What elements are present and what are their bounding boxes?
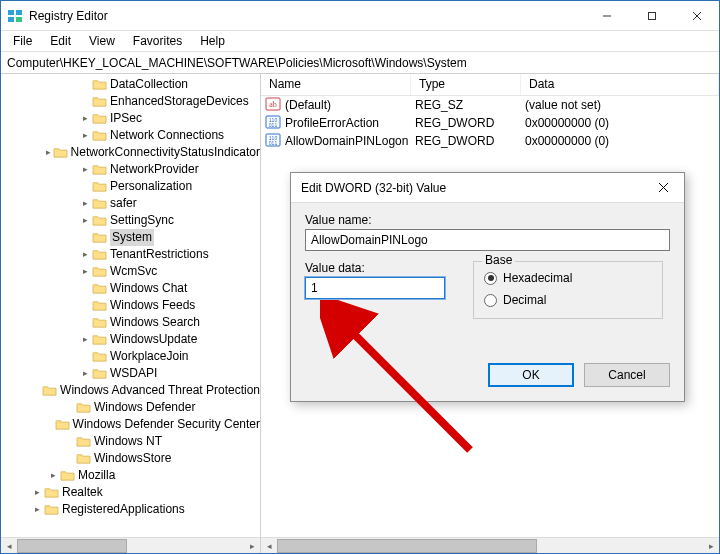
tree-item[interactable]: EnhancedStorageDevices — [1, 93, 260, 110]
expander-icon[interactable] — [79, 300, 91, 312]
dword-value-icon: 110011 — [265, 114, 281, 130]
maximize-button[interactable] — [629, 1, 674, 31]
menubar: File Edit View Favorites Help — [1, 31, 719, 52]
list-hscrollbar[interactable]: ◂ ▸ — [261, 537, 719, 553]
expander-icon[interactable] — [63, 436, 75, 448]
dialog-close-button[interactable] — [642, 173, 684, 203]
close-button[interactable] — [674, 1, 719, 31]
tree-item[interactable]: ▸TenantRestrictions — [1, 246, 260, 263]
address-bar[interactable]: Computer\HKEY_LOCAL_MACHINE\SOFTWARE\Pol… — [1, 52, 719, 74]
expander-icon[interactable] — [63, 402, 75, 414]
tree-item[interactable]: DataCollection — [1, 76, 260, 93]
value-row[interactable]: 110011ProfileErrorActionREG_DWORD0x00000… — [261, 114, 719, 132]
tree-item-label: Mozilla — [78, 467, 115, 484]
chevron-right-icon[interactable]: ▸ — [79, 334, 91, 346]
value-row[interactable]: ab(Default)REG_SZ(value not set) — [261, 96, 719, 114]
column-type[interactable]: Type — [411, 74, 521, 95]
chevron-right-icon[interactable]: ▸ — [79, 198, 91, 210]
expander-icon[interactable] — [45, 419, 53, 431]
value-data-field[interactable] — [305, 277, 445, 299]
ok-button[interactable]: OK — [488, 363, 574, 387]
tree-item[interactable]: ▸WcmSvc — [1, 263, 260, 280]
tree-item[interactable]: ▸safer — [1, 195, 260, 212]
tree-item[interactable]: Windows Advanced Threat Protection — [1, 382, 260, 399]
scroll-right-icon[interactable]: ▸ — [244, 538, 260, 554]
folder-icon — [53, 146, 68, 159]
folder-icon — [92, 197, 107, 210]
tree-item[interactable]: ▸Realtek — [1, 484, 260, 501]
cancel-button[interactable]: Cancel — [584, 363, 670, 387]
tree-item[interactable]: Windows Chat — [1, 280, 260, 297]
registry-tree[interactable]: DataCollectionEnhancedStorageDevices▸IPS… — [1, 74, 260, 537]
tree-item[interactable]: ▸RegisteredApplications — [1, 501, 260, 518]
tree-item[interactable]: Windows Search — [1, 314, 260, 331]
tree-item[interactable]: Personalization — [1, 178, 260, 195]
tree-item[interactable]: Windows Feeds — [1, 297, 260, 314]
svg-rect-5 — [648, 12, 655, 19]
scrollbar-thumb[interactable] — [17, 539, 127, 553]
chevron-right-icon[interactable]: ▸ — [79, 266, 91, 278]
tree-item[interactable]: WorkplaceJoin — [1, 348, 260, 365]
minimize-button[interactable] — [584, 1, 629, 31]
tree-item[interactable]: ▸Mozilla — [1, 467, 260, 484]
menu-view[interactable]: View — [81, 32, 123, 50]
expander-icon[interactable] — [79, 283, 91, 295]
tree-item[interactable]: ▸WindowsUpdate — [1, 331, 260, 348]
expander-icon[interactable] — [79, 96, 91, 108]
expander-icon[interactable] — [79, 351, 91, 363]
base-legend: Base — [482, 253, 515, 267]
chevron-right-icon[interactable]: ▸ — [79, 249, 91, 261]
tree-item[interactable]: ▸NetworkConnectivityStatusIndicator — [1, 144, 260, 161]
dword-value-icon: 110011 — [265, 132, 281, 148]
radio-decimal[interactable] — [484, 294, 497, 307]
folder-icon — [92, 112, 107, 125]
value-data: 0x00000000 (0) — [525, 132, 719, 150]
folder-icon — [60, 469, 75, 482]
menu-favorites[interactable]: Favorites — [125, 32, 190, 50]
tree-item[interactable]: Windows Defender Security Center — [1, 416, 260, 433]
tree-item[interactable]: ▸SettingSync — [1, 212, 260, 229]
scrollbar-thumb[interactable] — [277, 539, 537, 553]
chevron-right-icon[interactable]: ▸ — [31, 504, 43, 516]
tree-item[interactable]: ▸Network Connections — [1, 127, 260, 144]
tree-item[interactable]: WindowsStore — [1, 450, 260, 467]
tree-item[interactable]: ▸WSDAPI — [1, 365, 260, 382]
expander-icon[interactable] — [35, 385, 41, 397]
tree-item-label: safer — [110, 195, 137, 212]
menu-edit[interactable]: Edit — [42, 32, 79, 50]
chevron-right-icon[interactable]: ▸ — [79, 164, 91, 176]
tree-item[interactable]: Windows NT — [1, 433, 260, 450]
tree-item[interactable]: System — [1, 229, 260, 246]
radio-hexadecimal[interactable] — [484, 272, 497, 285]
chevron-right-icon[interactable]: ▸ — [79, 368, 91, 380]
tree-hscrollbar[interactable]: ◂ ▸ — [1, 537, 260, 553]
chevron-right-icon[interactable]: ▸ — [31, 487, 43, 499]
expander-icon[interactable] — [79, 181, 91, 193]
scroll-left-icon[interactable]: ◂ — [1, 538, 17, 554]
expander-icon[interactable] — [63, 453, 75, 465]
menu-help[interactable]: Help — [192, 32, 233, 50]
scroll-left-icon[interactable]: ◂ — [261, 538, 277, 554]
svg-text:ab: ab — [269, 100, 277, 109]
tree-item-label: Windows Chat — [110, 280, 187, 297]
menu-file[interactable]: File — [5, 32, 40, 50]
chevron-right-icon[interactable]: ▸ — [79, 113, 91, 125]
expander-icon[interactable] — [79, 317, 91, 329]
tree-item[interactable]: Windows Defender — [1, 399, 260, 416]
value-name: ProfileErrorAction — [285, 116, 379, 130]
column-name[interactable]: Name — [261, 74, 411, 95]
expander-icon[interactable] — [79, 79, 91, 91]
tree-item[interactable]: ▸NetworkProvider — [1, 161, 260, 178]
expander-icon[interactable] — [79, 232, 91, 244]
scroll-right-icon[interactable]: ▸ — [703, 538, 719, 554]
chevron-right-icon[interactable]: ▸ — [79, 130, 91, 142]
column-data[interactable]: Data — [521, 74, 719, 95]
chevron-right-icon[interactable]: ▸ — [79, 215, 91, 227]
chevron-right-icon[interactable]: ▸ — [45, 147, 52, 159]
tree-item[interactable]: ▸IPSec — [1, 110, 260, 127]
value-name-field[interactable] — [305, 229, 670, 251]
chevron-right-icon[interactable]: ▸ — [47, 470, 59, 482]
tree-item-label: NetworkConnectivityStatusIndicator — [71, 144, 260, 161]
value-row[interactable]: 110011AllowDomainPINLogonREG_DWORD0x0000… — [261, 132, 719, 150]
tree-item-label: WcmSvc — [110, 263, 157, 280]
